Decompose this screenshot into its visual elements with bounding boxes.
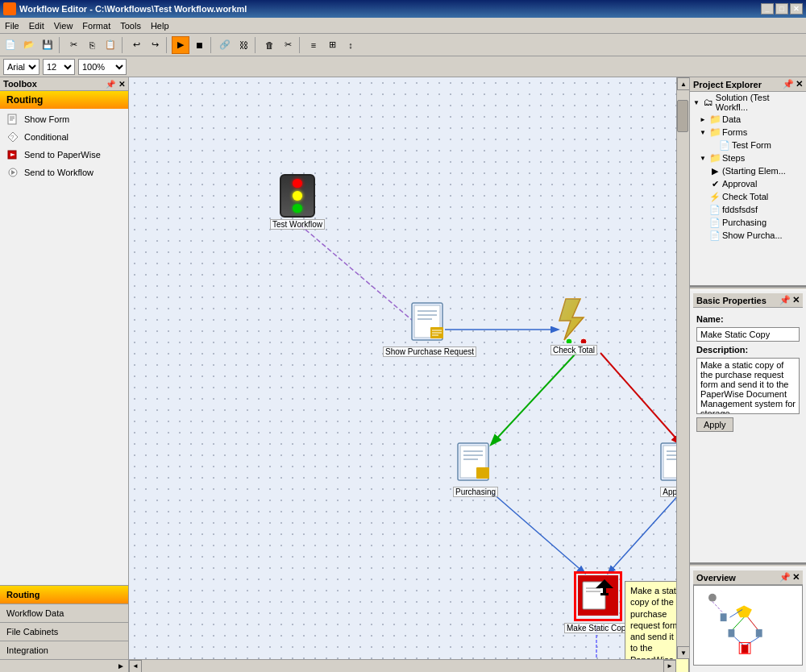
tree-test-form[interactable]: 📄 Test Form [690, 139, 806, 151]
tree-solution[interactable]: ▼ 🗂 Solution (Test Workfl... [690, 92, 806, 113]
open-btn[interactable]: 📂 [20, 36, 38, 54]
node-test-workflow[interactable]: Test Workflow [270, 174, 325, 230]
show-purchase-label: Show Purchase Request [383, 346, 476, 357]
tree-step-fddsfsdsf[interactable]: 📄 fddsfsdsf [690, 203, 806, 216]
purchasing-tree-icon: 📄 [709, 217, 721, 228]
right-panel: Project Explorer 📌 ✕ ▼ 🗂 Solution (Test … [689, 77, 806, 672]
bp-close[interactable]: ✕ [792, 295, 800, 305]
expand-steps[interactable]: ▼ [700, 155, 708, 162]
overview-panel: Overview 📌 ✕ [690, 567, 806, 672]
scroll-up[interactable]: ▲ [677, 77, 689, 90]
tree-steps[interactable]: ▼ 📁 Steps [690, 151, 806, 164]
maximize-button[interactable]: □ [775, 3, 788, 15]
expand-solution[interactable]: ▼ [693, 99, 701, 106]
node-make-static[interactable]: Make Static Copy [564, 571, 632, 633]
order-btn[interactable]: ↕ [342, 36, 359, 54]
align-btn[interactable]: ≡ [305, 36, 322, 54]
pe-pin[interactable]: 📌 [783, 79, 794, 89]
menu-view[interactable]: View [49, 19, 78, 32]
font-size-select[interactable]: 12 [43, 59, 75, 75]
toolbox-close[interactable]: ✕ [118, 80, 125, 89]
ov-close[interactable]: ✕ [792, 572, 800, 583]
toolbox-item-send-workflow[interactable]: Send to Workflow [0, 164, 128, 181]
menu-edit[interactable]: Edit [24, 19, 49, 32]
save-btn[interactable]: 💾 [39, 36, 56, 54]
run-btn[interactable]: ▶ [172, 36, 189, 54]
overview-canvas[interactable] [693, 585, 803, 666]
tree-step-starting[interactable]: ▶ (Starting Elem... [690, 164, 806, 177]
svg-point-29 [580, 338, 587, 343]
tab-workflow-data[interactable]: Workflow Data [0, 604, 128, 623]
close-button[interactable]: ✕ [790, 3, 803, 15]
expand-data[interactable]: ► [700, 116, 708, 123]
tab-routing[interactable]: Routing [0, 586, 128, 604]
tree-step-purchasing[interactable]: 📄 Purchasing [690, 216, 806, 229]
redo-btn[interactable]: ↪ [146, 36, 164, 54]
scroll-right[interactable]: ► [663, 660, 676, 673]
ov-pin[interactable]: 📌 [779, 572, 791, 583]
menu-tools[interactable]: Tools [115, 19, 146, 32]
bp-pin[interactable]: 📌 [779, 295, 791, 305]
menu-file[interactable]: File [0, 19, 24, 32]
toolbox-section: Routing [0, 91, 128, 109]
menu-help[interactable]: Help [146, 19, 174, 32]
tab-file-cabinets[interactable]: File Cabinets [0, 623, 128, 641]
copy-btn[interactable]: ⎘ [83, 36, 101, 54]
description-textarea[interactable]: Make a static copy of the purchase reque… [696, 358, 800, 414]
canvas[interactable]: Test Workflow Show Purchase Request [129, 77, 689, 672]
link-btn[interactable]: 🔗 [216, 36, 234, 54]
cut-btn[interactable]: ✂ [64, 36, 82, 54]
distribute-btn[interactable]: ⊞ [323, 36, 341, 54]
tree-data[interactable]: ► 📁 Data [690, 113, 806, 126]
scroll-down[interactable]: ▼ [677, 646, 689, 659]
vertical-scrollbar[interactable]: ▲ ▼ [676, 77, 689, 659]
window-controls: _ □ ✕ [761, 3, 803, 15]
svg-line-60 [746, 637, 759, 645]
tree-step-approval[interactable]: ✔ Approval [690, 177, 806, 190]
tree-forms[interactable]: ▼ 📁 Forms [690, 126, 806, 139]
pe-close[interactable]: ✕ [796, 79, 803, 89]
tree-step-show-purcha[interactable]: 📄 Show Purcha... [690, 229, 806, 242]
minimize-button[interactable]: _ [761, 3, 774, 15]
toolbox-header: Toolbox 📌 ✕ [0, 77, 128, 91]
menu-format[interactable]: Format [77, 19, 115, 32]
show-purcha-icon: 📄 [709, 230, 721, 241]
font-bar: Arial 12 100% [0, 56, 806, 77]
zoom-select[interactable]: 100% [78, 59, 127, 75]
scroll-left[interactable]: ◄ [129, 660, 142, 673]
apply-button[interactable]: Apply [696, 417, 733, 432]
svg-marker-27 [559, 299, 584, 340]
node-check-total[interactable]: Check Total [550, 295, 598, 355]
toolbox-item-show-form[interactable]: Show Form [0, 110, 128, 128]
horizontal-scrollbar[interactable]: ◄ ► [129, 659, 676, 672]
font-family-select[interactable]: Arial [3, 59, 39, 75]
toolbox-expand[interactable]: ► [0, 660, 128, 672]
paste-btn[interactable]: 📋 [102, 36, 119, 54]
toolbox-pin[interactable]: 📌 [106, 80, 115, 89]
cut2-btn[interactable]: ✂ [279, 36, 297, 54]
expand-forms[interactable]: ▼ [700, 129, 708, 136]
approval-label: Approval [722, 179, 757, 189]
fdd-label: fddsfsdsf [722, 205, 758, 214]
data-icon: 📁 [709, 114, 721, 125]
toolbox-item-conditional[interactable]: ? Conditional [0, 128, 128, 146]
undo-btn[interactable]: ↩ [127, 36, 145, 54]
sep6 [299, 37, 302, 53]
stop-btn[interactable]: ⏹ [190, 36, 208, 54]
traffic-light-icon [280, 174, 315, 218]
tab-integration[interactable]: Integration [0, 641, 128, 660]
svg-line-12 [492, 353, 576, 444]
svg-rect-0 [8, 114, 16, 124]
svg-text:?: ? [10, 134, 15, 141]
toolbox-item-send-paperwise[interactable]: Send to PaperWise [0, 146, 128, 164]
node-show-purchase[interactable]: Show Purchase Request [383, 301, 476, 357]
tl-yellow [293, 191, 302, 200]
svg-line-55 [713, 602, 724, 614]
node-purchasing[interactable]: Purchasing [453, 442, 498, 497]
chain-btn[interactable]: ⛓ [235, 36, 252, 54]
new-btn[interactable]: 📄 [2, 36, 19, 54]
delete-btn[interactable]: 🗑 [260, 36, 278, 54]
tree-step-check-total[interactable]: ⚡ Check Total [690, 190, 806, 203]
node-test-workflow-label: Test Workflow [270, 219, 325, 230]
tl-green [293, 204, 302, 213]
